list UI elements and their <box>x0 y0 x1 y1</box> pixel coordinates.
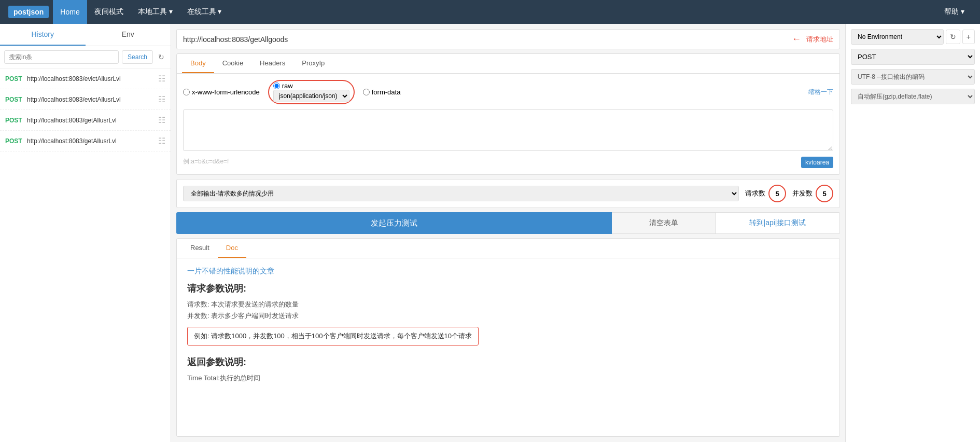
radio-form-urlencoded[interactable]: x-www-form-urlencode <box>183 88 260 96</box>
time-total-desc: Time Total:执行的总时间 <box>187 374 829 383</box>
item-url: http://localhost:8083/evictAllusrLvl <box>27 96 158 103</box>
tab-result[interactable]: Result <box>182 239 218 258</box>
concur-input[interactable]: 5 <box>816 185 833 202</box>
req-count-label: 请求数 <box>745 189 765 198</box>
tab-headers[interactable]: Headers <box>251 54 293 73</box>
right-panel: No Environment ↻ + POST GET PUT DELETE P… <box>845 24 980 442</box>
tab-proxy-ip[interactable]: ProxyIp <box>293 54 333 73</box>
item-url: http://localhost:8083/getAllusrLvl <box>27 117 158 124</box>
grid-icon[interactable]: ☷ <box>158 115 165 125</box>
method-badge: POST <box>5 96 23 103</box>
start-stress-test-button[interactable]: 发起压力测试 <box>176 212 612 234</box>
result-tabs: Result Doc <box>177 239 839 258</box>
url-label: 请求地址 <box>806 35 833 44</box>
tab-cookie[interactable]: Cookie <box>214 54 251 73</box>
item-url: http://localhost:8083/evictAllusrLvl <box>27 75 158 82</box>
grid-icon[interactable]: ☷ <box>158 74 165 84</box>
radio-form-data[interactable]: form-data <box>363 88 401 96</box>
result-section: Result Doc 一片不错的性能说明的文章 请求参数说明: 请求数: 本次请… <box>176 238 840 437</box>
doc-example: 例如: 请求数1000，并发数100，相当于100个客户端同时发送请求，每个客户… <box>187 327 479 346</box>
url-arrow-icon: ← <box>792 34 801 45</box>
tab-doc[interactable]: Doc <box>218 239 246 258</box>
sidebar-history-list: POST http://localhost:8083/evictAllusrLv… <box>0 68 171 442</box>
env-select-row: No Environment ↻ + <box>851 29 975 45</box>
request-count-group: 请求数 5 <box>745 185 786 202</box>
refresh-icon[interactable]: ↻ <box>156 51 166 63</box>
nav-home[interactable]: Home <box>53 0 87 24</box>
search-input[interactable] <box>4 50 119 64</box>
env-select[interactable]: No Environment <box>851 29 944 45</box>
body-type-row: x-www-form-urlencode raw json(applicatio… <box>183 80 833 104</box>
tab-env[interactable]: Env <box>86 24 171 46</box>
nav-local-tools[interactable]: 本地工具 ▾ <box>131 0 180 24</box>
kvtoarea-button[interactable]: kvtoarea <box>801 157 833 168</box>
request-body: x-www-form-urlencode raw json(applicatio… <box>177 74 839 174</box>
req-count-desc: 请求数: 本次请求要发送的请求的数量 <box>187 300 829 309</box>
list-item[interactable]: POST http://localhost:8083/getAllusrLvl … <box>0 131 171 151</box>
main-layout: History Env Search ↻ POST http://localho… <box>0 24 980 442</box>
raw-label: raw <box>282 82 293 90</box>
list-item[interactable]: POST http://localhost:8083/evictAllusrLv… <box>0 89 171 110</box>
radio-raw[interactable]: raw <box>273 82 349 90</box>
body-placeholder: 例:a=b&c=d&e=f <box>183 155 229 168</box>
raw-oval-highlight: raw json(application/json) text/plain ap… <box>268 80 355 104</box>
concur-label: 并发数 <box>792 189 813 198</box>
method-badge: POST <box>5 117 23 124</box>
request-section: Body Cookie Headers ProxyIp x-www-form-u… <box>176 53 840 175</box>
navbar: postjson Home 夜间模式 本地工具 ▾ 在线工具 ▾ 帮助 ▾ <box>0 0 980 24</box>
sidebar-tabs: History Env <box>0 24 171 46</box>
decompress-select[interactable]: 自动解压(gzip,deflate,flate) 不解压 <box>851 89 975 104</box>
main-content: ← 请求地址 Body Cookie Headers ProxyIp x-www… <box>171 24 845 442</box>
list-item[interactable]: POST http://localhost:8083/evictAllusrLv… <box>0 68 171 89</box>
grid-icon[interactable]: ☷ <box>158 94 165 104</box>
tab-body[interactable]: Body <box>182 54 214 73</box>
method-badge: POST <box>5 137 23 145</box>
nav-night-mode[interactable]: 夜间模式 <box>87 0 131 24</box>
format-hint[interactable]: 缩格一下 <box>808 88 833 96</box>
sidebar: History Env Search ↻ POST http://localho… <box>0 24 171 442</box>
clear-form-button[interactable]: 清空表单 <box>612 212 716 234</box>
radio-raw-input[interactable] <box>273 82 280 89</box>
params-title: 请求参数说明: <box>187 282 829 295</box>
concurrency-group: 并发数 5 <box>792 185 833 202</box>
radio-form-data-input[interactable] <box>363 89 370 95</box>
doc-content: 一片不错的性能说明的文章 请求参数说明: 请求数: 本次请求要发送的请求的数量 … <box>177 258 839 393</box>
action-row: 发起压力测试 清空表单 转到|api|接口测试 <box>176 212 840 234</box>
body-textarea[interactable] <box>183 109 833 151</box>
doc-article-link[interactable]: 一片不错的性能说明的文章 <box>187 267 829 276</box>
method-select[interactable]: POST GET PUT DELETE PATCH <box>851 49 975 65</box>
method-badge: POST <box>5 75 23 82</box>
output-mode-select[interactable]: 全部输出-请求数多的情况少用 只输出统计信息 <box>183 186 739 201</box>
form-urlencoded-label: x-www-form-urlencode <box>192 88 260 96</box>
brand-logo[interactable]: postjson <box>8 6 49 18</box>
list-item[interactable]: POST http://localhost:8083/getAllusrLvl … <box>0 110 171 131</box>
tab-history[interactable]: History <box>0 24 86 46</box>
api-test-button[interactable]: 转到|api|接口测试 <box>716 212 840 234</box>
encoding-select[interactable]: UTF-8 --接口输出的编码 GBK <box>851 69 975 85</box>
radio-form-urlencoded-input[interactable] <box>183 89 190 95</box>
nav-help[interactable]: 帮助 ▾ <box>937 0 972 24</box>
sidebar-search-bar: Search ↻ <box>0 46 171 68</box>
url-bar: ← 请求地址 <box>176 29 840 49</box>
req-count-input[interactable]: 5 <box>768 185 786 202</box>
item-url: http://localhost:8083/getAllusrLvl <box>27 137 158 145</box>
env-add-icon[interactable]: + <box>962 30 975 44</box>
nav-online-tools[interactable]: 在线工具 ▾ <box>180 0 229 24</box>
concur-desc: 并发数: 表示多少客户端同时发送请求 <box>187 311 829 321</box>
request-tabs: Body Cookie Headers ProxyIp <box>177 54 839 74</box>
grid-icon[interactable]: ☷ <box>158 136 165 146</box>
url-input[interactable] <box>183 35 787 44</box>
settings-section: 全部输出-请求数多的情况少用 只输出统计信息 请求数 5 并发数 5 <box>176 179 840 208</box>
env-refresh-icon[interactable]: ↻ <box>946 30 960 44</box>
search-button[interactable]: Search <box>122 50 153 64</box>
form-data-label: form-data <box>372 88 401 96</box>
return-title: 返回参数说明: <box>187 356 829 368</box>
raw-type-select[interactable]: json(application/json) text/plain applic… <box>273 90 349 102</box>
